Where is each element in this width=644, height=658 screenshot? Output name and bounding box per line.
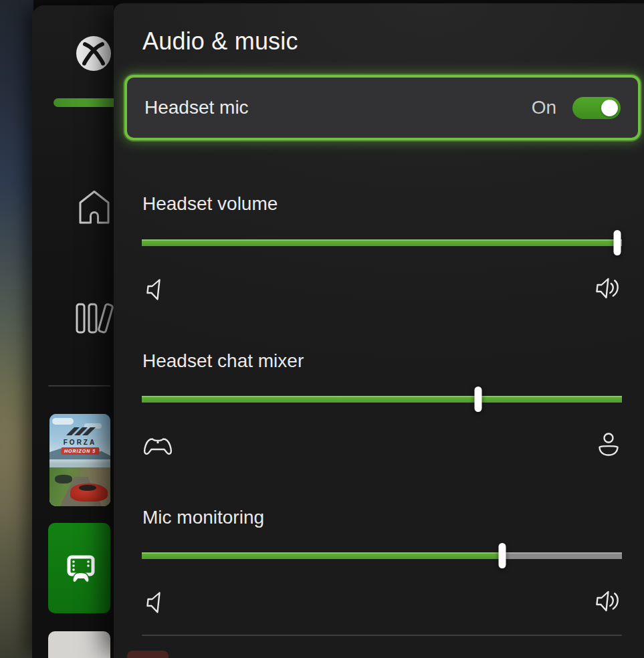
person-icon [596, 431, 621, 458]
controller-icon [140, 433, 175, 460]
slider-track [142, 396, 622, 403]
section-divider [142, 635, 622, 636]
slider-thumb[interactable] [613, 230, 621, 255]
xbox-logo-icon[interactable] [76, 36, 111, 71]
light-partial-tile[interactable] [48, 631, 110, 658]
tile-art-red-car [70, 483, 108, 502]
headset-mic-label: Headset mic [144, 97, 249, 118]
page-title: Audio & music [142, 27, 298, 56]
toggle-group: On [532, 97, 621, 119]
forza-horizon-5-tile[interactable]: FORZA HORIZON 5 [49, 414, 110, 506]
slider-fill [142, 552, 502, 559]
audio-music-panel: Audio & music Headset mic On Headset vol… [114, 3, 644, 658]
slider-fill [142, 396, 622, 403]
tile-art-cloud [52, 418, 74, 425]
speaker-high-icon [595, 588, 623, 615]
sidebar-divider [48, 385, 110, 387]
slider-thumb[interactable] [498, 543, 506, 568]
forza-logo-icon [65, 427, 96, 435]
slider-track [142, 239, 622, 246]
headset-volume-label: Headset volume [142, 193, 278, 215]
slider-track [142, 552, 622, 559]
speaker-low-icon [144, 278, 163, 302]
next-row-partial [127, 651, 169, 658]
headset-volume-slider[interactable] [142, 229, 622, 256]
chat-mixer-label: Headset chat mixer [142, 350, 304, 372]
green-app-tile[interactable] [48, 523, 110, 613]
toggle-state-label: On [532, 97, 556, 118]
chat-mixer-slider[interactable] [142, 386, 622, 413]
forza-logo-text: FORZA [49, 439, 110, 446]
mic-monitoring-slider[interactable] [142, 542, 622, 569]
mic-monitoring-label: Mic monitoring [142, 507, 264, 528]
slider-fill [142, 239, 617, 246]
headset-mic-toggle[interactable] [572, 97, 621, 119]
headset-mic-row[interactable]: Headset mic On [127, 78, 638, 138]
speaker-low-icon [144, 590, 163, 615]
capture-controller-icon [65, 555, 98, 584]
xbox-guide-screen: FORZA HORIZON 5 Audio & music Headset mi… [0, 0, 644, 658]
tile-art-dark-car [55, 475, 72, 483]
horizon-banner-text: HORIZON 5 [61, 447, 99, 455]
toggle-knob [601, 100, 618, 116]
bars-partial-icon[interactable] [75, 302, 114, 334]
guide-sidebar-content: FORZA HORIZON 5 [0, 0, 114, 658]
speaker-high-icon [595, 275, 623, 302]
home-icon[interactable] [78, 189, 111, 225]
slider-thumb[interactable] [474, 387, 481, 412]
